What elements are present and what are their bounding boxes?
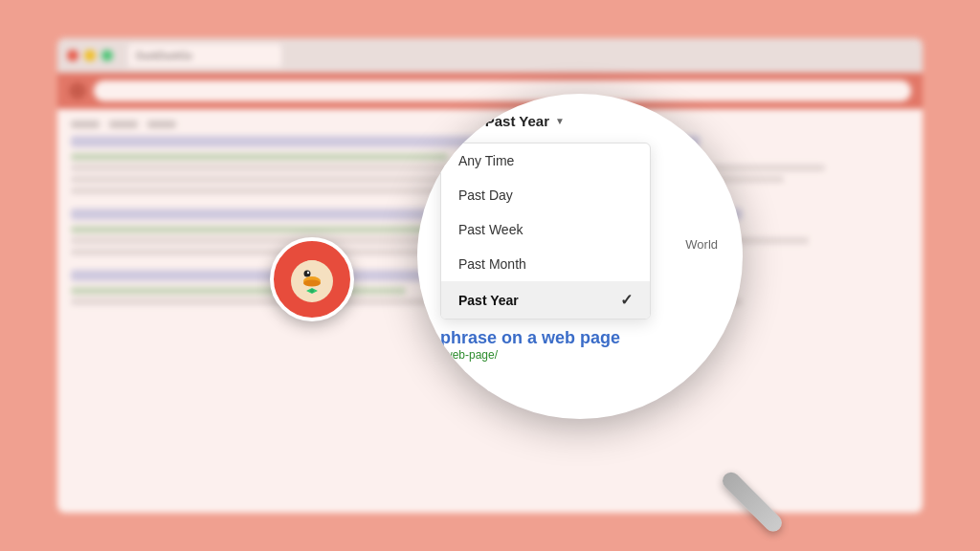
pastday-label: Past Day: [458, 187, 513, 203]
pastweek-label: Past Week: [458, 222, 523, 237]
dropdown-item-pastday[interactable]: Past Day: [441, 178, 650, 212]
date-filter-arrow: ▼: [460, 116, 470, 126]
dropdown-item-pastweek[interactable]: Past Week: [441, 212, 650, 247]
result-url-partial: -web-page/: [440, 348, 720, 362]
date-filter-button[interactable]: ite ▼: [440, 114, 470, 129]
dropdown-item-pastyear[interactable]: Past Year ✓: [441, 281, 650, 319]
dropdown-item-anytime[interactable]: Any Time: [441, 143, 650, 178]
magnifier-circle: ite ▼ Past Year ▼ Any Time Past Day Past…: [417, 94, 743, 419]
magnifier-container: ite ▼ Past Year ▼ Any Time Past Day Past…: [417, 94, 781, 457]
pastyear-label: Past Year: [458, 293, 519, 308]
past-year-arrow: ▼: [555, 116, 565, 126]
pastmonth-label: Past Month: [458, 256, 526, 272]
world-text: World: [685, 237, 718, 252]
time-filter-dropdown: Any Time Past Day Past Week Past Month P…: [440, 143, 651, 320]
past-year-label: Past Year: [485, 113, 549, 129]
svg-point-7: [310, 289, 314, 293]
dropdown-item-pastmonth[interactable]: Past Month: [441, 247, 650, 281]
duck-svg: [281, 249, 343, 310]
duckduckgo-logo: [270, 237, 354, 321]
past-year-button[interactable]: Past Year ▼: [485, 113, 565, 129]
svg-point-5: [303, 280, 321, 287]
svg-point-3: [307, 272, 309, 274]
checkmark-icon: ✓: [620, 291, 633, 309]
anytime-label: Any Time: [458, 153, 514, 168]
date-filter-label: ite: [440, 114, 455, 129]
filter-toolbar: ite ▼ Past Year ▼: [440, 113, 720, 129]
svg-point-2: [304, 271, 311, 277]
result-title-partial: phrase on a web page: [440, 328, 720, 348]
